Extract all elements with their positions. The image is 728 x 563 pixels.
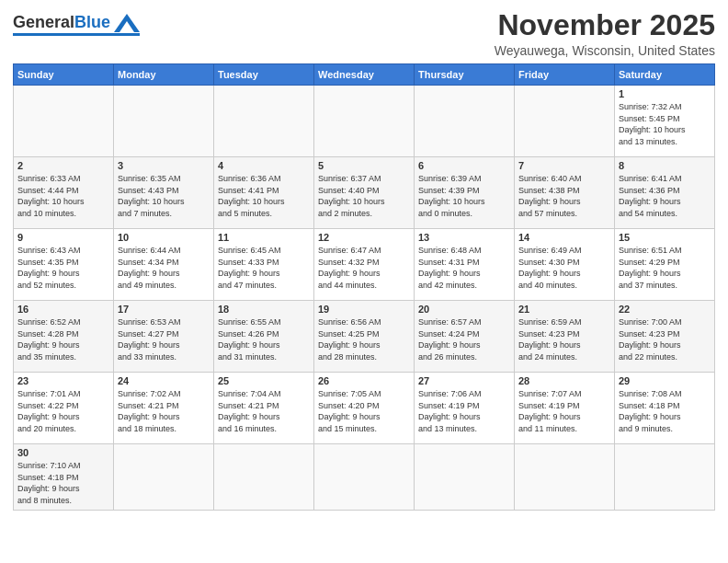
cell-0-3 [314, 86, 415, 157]
cell-2-5: 14Sunrise: 6:49 AM Sunset: 4:30 PM Dayli… [515, 229, 615, 301]
header-saturday: Saturday [615, 64, 715, 86]
day-number-13: 13 [418, 232, 510, 243]
location: Weyauwega, Wisconsin, United States [495, 43, 715, 58]
cell-3-6: 22Sunrise: 7:00 AM Sunset: 4:23 PM Dayli… [615, 301, 715, 373]
day-number-1: 1 [619, 88, 711, 99]
day-info-14: Sunrise: 6:49 AM Sunset: 4:30 PM Dayligh… [518, 245, 610, 291]
week-row-4: 23Sunrise: 7:01 AM Sunset: 4:22 PM Dayli… [14, 373, 715, 444]
cell-4-2: 25Sunrise: 7:04 AM Sunset: 4:21 PM Dayli… [214, 373, 314, 444]
cell-0-0 [14, 86, 114, 157]
cell-1-6: 8Sunrise: 6:41 AM Sunset: 4:36 PM Daylig… [615, 157, 715, 229]
day-info-2: Sunrise: 6:33 AM Sunset: 4:44 PM Dayligh… [17, 173, 109, 219]
cell-2-4: 13Sunrise: 6:48 AM Sunset: 4:31 PM Dayli… [415, 229, 515, 301]
day-info-13: Sunrise: 6:48 AM Sunset: 4:31 PM Dayligh… [418, 245, 510, 291]
day-number-16: 16 [17, 304, 109, 315]
day-info-6: Sunrise: 6:39 AM Sunset: 4:39 PM Dayligh… [418, 173, 510, 219]
day-info-22: Sunrise: 7:00 AM Sunset: 4:23 PM Dayligh… [619, 316, 711, 362]
cell-4-3: 26Sunrise: 7:05 AM Sunset: 4:20 PM Dayli… [314, 373, 415, 444]
day-number-8: 8 [619, 160, 711, 171]
cell-3-0: 16Sunrise: 6:52 AM Sunset: 4:28 PM Dayli… [14, 301, 114, 373]
cell-0-6: 1Sunrise: 7:32 AM Sunset: 5:45 PM Daylig… [615, 86, 715, 157]
day-number-4: 4 [218, 160, 310, 171]
cell-2-0: 9Sunrise: 6:43 AM Sunset: 4:35 PM Daylig… [14, 229, 114, 301]
cell-5-6 [615, 444, 715, 510]
day-number-18: 18 [218, 304, 310, 315]
day-info-26: Sunrise: 7:05 AM Sunset: 4:20 PM Dayligh… [318, 388, 410, 434]
cell-3-4: 20Sunrise: 6:57 AM Sunset: 4:24 PM Dayli… [415, 301, 515, 373]
day-number-28: 28 [518, 375, 610, 386]
weekday-header-row: Sunday Monday Tuesday Wednesday Thursday… [14, 64, 715, 86]
day-info-18: Sunrise: 6:55 AM Sunset: 4:26 PM Dayligh… [218, 316, 310, 362]
day-number-24: 24 [118, 375, 210, 386]
day-number-27: 27 [418, 375, 510, 386]
cell-4-1: 24Sunrise: 7:02 AM Sunset: 4:21 PM Dayli… [114, 373, 214, 444]
cell-0-4 [415, 86, 515, 157]
header-monday: Monday [114, 64, 214, 86]
day-info-9: Sunrise: 6:43 AM Sunset: 4:35 PM Dayligh… [17, 245, 109, 291]
day-number-12: 12 [318, 232, 410, 243]
day-info-1: Sunrise: 7:32 AM Sunset: 5:45 PM Dayligh… [619, 101, 711, 147]
cell-5-0: 30Sunrise: 7:10 AM Sunset: 4:18 PM Dayli… [14, 444, 114, 510]
day-number-7: 7 [518, 160, 610, 171]
header: General Blue November 2025 Weyauwega, Wi… [13, 9, 715, 58]
week-row-1: 2Sunrise: 6:33 AM Sunset: 4:44 PM Daylig… [14, 157, 715, 229]
cell-2-2: 11Sunrise: 6:45 AM Sunset: 4:33 PM Dayli… [214, 229, 314, 301]
day-info-3: Sunrise: 6:35 AM Sunset: 4:43 PM Dayligh… [118, 173, 210, 219]
day-number-21: 21 [518, 304, 610, 315]
day-number-10: 10 [118, 232, 210, 243]
cell-1-5: 7Sunrise: 6:40 AM Sunset: 4:38 PM Daylig… [515, 157, 615, 229]
day-info-8: Sunrise: 6:41 AM Sunset: 4:36 PM Dayligh… [619, 173, 711, 219]
day-info-16: Sunrise: 6:52 AM Sunset: 4:28 PM Dayligh… [17, 316, 109, 362]
week-row-5: 30Sunrise: 7:10 AM Sunset: 4:18 PM Dayli… [14, 444, 715, 510]
cell-1-4: 6Sunrise: 6:39 AM Sunset: 4:39 PM Daylig… [415, 157, 515, 229]
day-info-5: Sunrise: 6:37 AM Sunset: 4:40 PM Dayligh… [318, 173, 410, 219]
logo-general-text: General [13, 13, 74, 32]
day-number-9: 9 [17, 232, 109, 243]
day-info-24: Sunrise: 7:02 AM Sunset: 4:21 PM Dayligh… [118, 388, 210, 434]
day-number-11: 11 [218, 232, 310, 243]
day-number-30: 30 [17, 447, 109, 458]
day-number-20: 20 [418, 304, 510, 315]
day-info-30: Sunrise: 7:10 AM Sunset: 4:18 PM Dayligh… [17, 460, 109, 506]
day-info-15: Sunrise: 6:51 AM Sunset: 4:29 PM Dayligh… [619, 245, 711, 291]
day-info-28: Sunrise: 7:07 AM Sunset: 4:19 PM Dayligh… [518, 388, 610, 434]
cell-5-1 [114, 444, 214, 510]
week-row-2: 9Sunrise: 6:43 AM Sunset: 4:35 PM Daylig… [14, 229, 715, 301]
cell-3-2: 18Sunrise: 6:55 AM Sunset: 4:26 PM Dayli… [214, 301, 314, 373]
cell-4-6: 29Sunrise: 7:08 AM Sunset: 4:18 PM Dayli… [615, 373, 715, 444]
cell-2-1: 10Sunrise: 6:44 AM Sunset: 4:34 PM Dayli… [114, 229, 214, 301]
day-number-15: 15 [619, 232, 711, 243]
page: General Blue November 2025 Weyauwega, Wi… [0, 0, 728, 563]
cell-5-3 [314, 444, 415, 510]
day-number-22: 22 [619, 304, 711, 315]
cell-0-5 [515, 86, 615, 157]
logo: General Blue [13, 13, 140, 36]
header-wednesday: Wednesday [314, 64, 415, 86]
cell-3-5: 21Sunrise: 6:59 AM Sunset: 4:23 PM Dayli… [515, 301, 615, 373]
week-row-0: 1Sunrise: 7:32 AM Sunset: 5:45 PM Daylig… [14, 86, 715, 157]
day-number-26: 26 [318, 375, 410, 386]
cell-4-5: 28Sunrise: 7:07 AM Sunset: 4:19 PM Dayli… [515, 373, 615, 444]
cell-5-5 [515, 444, 615, 510]
cell-2-3: 12Sunrise: 6:47 AM Sunset: 4:32 PM Dayli… [314, 229, 415, 301]
title-section: November 2025 Weyauwega, Wisconsin, Unit… [495, 9, 715, 58]
cell-1-2: 4Sunrise: 6:36 AM Sunset: 4:41 PM Daylig… [214, 157, 314, 229]
cell-3-1: 17Sunrise: 6:53 AM Sunset: 4:27 PM Dayli… [114, 301, 214, 373]
cell-5-4 [415, 444, 515, 510]
logo-icon [114, 14, 140, 32]
logo-text: General Blue [13, 13, 140, 32]
day-info-12: Sunrise: 6:47 AM Sunset: 4:32 PM Dayligh… [318, 245, 410, 291]
month-title: November 2025 [495, 9, 715, 41]
cell-0-1 [114, 86, 214, 157]
cell-1-1: 3Sunrise: 6:35 AM Sunset: 4:43 PM Daylig… [114, 157, 214, 229]
day-number-14: 14 [518, 232, 610, 243]
day-info-25: Sunrise: 7:04 AM Sunset: 4:21 PM Dayligh… [218, 388, 310, 434]
day-info-27: Sunrise: 7:06 AM Sunset: 4:19 PM Dayligh… [418, 388, 510, 434]
day-info-10: Sunrise: 6:44 AM Sunset: 4:34 PM Dayligh… [118, 245, 210, 291]
logo-underline [13, 33, 140, 36]
day-number-25: 25 [218, 375, 310, 386]
cell-0-2 [214, 86, 314, 157]
day-number-17: 17 [118, 304, 210, 315]
day-number-6: 6 [418, 160, 510, 171]
header-tuesday: Tuesday [214, 64, 314, 86]
